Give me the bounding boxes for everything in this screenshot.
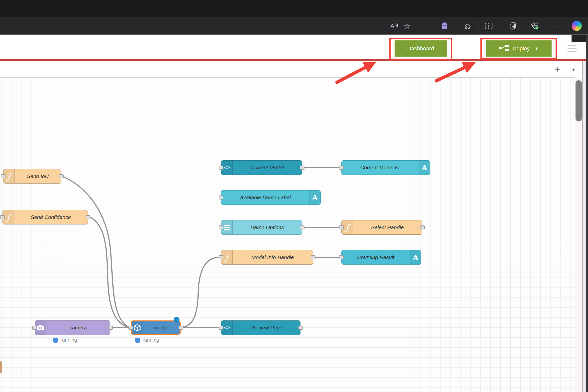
browser-window: A ☆ ··· Dashboard Deploy ▼ + ▾ ƒSend IoU… [0, 0, 588, 392]
node-label: Demo Options [233, 220, 302, 234]
dashboard-highlight [389, 38, 452, 60]
node-label: Current Model is: [342, 160, 419, 174]
status-dot [135, 338, 140, 343]
text-icon: A [309, 190, 321, 204]
output-port[interactable] [59, 174, 64, 178]
status-camera: running [53, 337, 77, 343]
node-label: Send IoU [15, 169, 61, 183]
output-port[interactable] [178, 326, 183, 330]
input-port[interactable] [219, 326, 223, 330]
node-label: Preview Page [233, 321, 300, 335]
input-port[interactable] [128, 326, 133, 330]
input-port[interactable] [219, 196, 223, 200]
output-port[interactable] [298, 326, 303, 330]
input-port[interactable] [0, 215, 5, 219]
node-label: Model Info Handle [233, 250, 313, 264]
wire-send_confidence-to-model[interactable] [91, 218, 129, 328]
node-select_handle[interactable]: ƒSelect Handle [342, 220, 422, 235]
node-label: Send Confidence [14, 210, 88, 224]
node-changed-badge [174, 317, 179, 322]
status-model: running [135, 337, 159, 343]
window-edge [586, 35, 588, 392]
node-preview_page[interactable]: </>Preview Page [221, 320, 301, 335]
node-available_demo_label[interactable]: Available Demo LabelA [221, 190, 321, 205]
input-port[interactable] [219, 166, 223, 170]
node-camera[interactable]: camera [35, 320, 110, 335]
status-dot [53, 338, 58, 343]
text-icon: A [410, 250, 421, 264]
output-port[interactable] [108, 326, 113, 330]
status-text: running [143, 337, 159, 343]
node-label: Current Model [233, 160, 302, 174]
text-icon: A [419, 160, 430, 174]
node-current_model[interactable]: </>Current Model [221, 160, 302, 175]
input-port[interactable] [339, 166, 344, 170]
input-port[interactable] [219, 255, 223, 259]
input-port[interactable] [219, 226, 223, 230]
node-label: Counting Result [342, 250, 410, 264]
node-send_confidence[interactable]: ƒSend Confidence [3, 210, 88, 224]
node-edge_partial[interactable] [0, 361, 2, 373]
output-port[interactable] [300, 226, 305, 230]
status-text: running [60, 337, 77, 343]
node-current_model_is[interactable]: Current Model is:A [342, 160, 430, 175]
node-label: model [143, 322, 180, 334]
node-label: camera [46, 321, 110, 335]
node-send_iou[interactable]: ƒSend IoU [3, 169, 61, 184]
wire-model-to-model_info_handle[interactable] [183, 257, 219, 327]
input-port[interactable] [339, 226, 344, 230]
annotation-line-shadow [0, 60, 586, 61]
wire-send_iou-to-model[interactable] [63, 176, 129, 327]
input-port[interactable] [1, 174, 6, 178]
output-port[interactable] [311, 255, 316, 259]
deploy-highlight [480, 38, 557, 60]
output-port[interactable] [420, 226, 425, 230]
input-port[interactable] [32, 326, 37, 330]
node-model_info_handle[interactable]: ƒModel Info Handle [221, 250, 313, 264]
cube-icon [132, 322, 143, 334]
output-port[interactable] [300, 166, 305, 170]
input-port[interactable] [339, 255, 344, 259]
node-label: Available Demo Label [221, 190, 309, 204]
node-counting_result[interactable]: Counting ResultA [342, 250, 421, 264]
output-port[interactable] [86, 215, 90, 219]
node-model[interactable]: model [131, 320, 181, 335]
node-demo_options[interactable]: Demo Options [221, 220, 302, 235]
node-label: Select Handle [353, 220, 422, 234]
